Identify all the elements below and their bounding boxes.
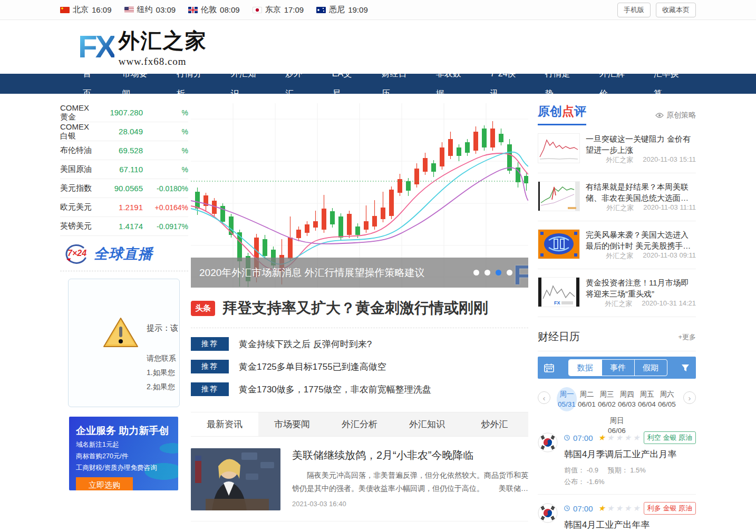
nav-trends[interactable]: 行情走势 [533, 64, 587, 104]
star-icon [633, 504, 640, 513]
quote-row-comex-silver[interactable]: COMEX白银 28.049 % [60, 122, 188, 141]
korea-flag-icon [538, 503, 558, 523]
nav-nonfarm[interactable]: 非农数据 [424, 64, 478, 104]
calendar-toolbar: 数据 事件 假期 [538, 357, 696, 379]
recommend-item[interactable]: 推荐 黄金1730做多，1775做空，非农前宽幅整理洗盘 [191, 382, 528, 396]
event-title[interactable]: 韩国4月季调后工业产出月率 [564, 448, 696, 461]
nav-home[interactable]: 首页 [71, 64, 110, 104]
nav-fx-trading[interactable]: 炒外汇 [273, 64, 320, 104]
recommend-title: 黄金持续下跌之后 反弹何时到来? [239, 338, 372, 350]
nav-fx-knowledge[interactable]: 外汇知识 [219, 64, 273, 104]
quote-row-dxy[interactable]: 美元指数 90.0565 -0.0180% [60, 179, 188, 198]
carousel-dot-active[interactable] [496, 270, 501, 275]
next-week-button[interactable]: › [683, 391, 696, 404]
forecast-label: 预期： [608, 466, 628, 474]
day-friday[interactable]: 周五 06/04 [637, 387, 657, 411]
day-label: 周二 [577, 389, 597, 399]
clock-london: 伦敦 08:09 [188, 5, 240, 15]
nav-724-news[interactable]: 7*24快讯 [478, 64, 533, 104]
review-date: 2020-10-31 14:21 [642, 299, 696, 309]
review-thumbnail [538, 133, 580, 163]
article-thumbnail[interactable] [191, 448, 280, 510]
carousel-dot[interactable] [484, 270, 490, 275]
importance-stars [598, 504, 641, 513]
filter-icon[interactable] [681, 364, 690, 372]
calendar-icon[interactable] [544, 363, 554, 372]
article-title[interactable]: 美联储继续放鸽，2月“小非农”今晚降临 [292, 448, 528, 462]
headline-title[interactable]: 拜登支持率又扩大？黄金刺激行情或刚刚 [222, 298, 488, 318]
quote-value: 1907.280 [94, 108, 143, 117]
review-item[interactable]: FX 黄金投资者注意！11月市场即将迎来三场“重头戏” 外汇之家 2020-10… [538, 269, 696, 317]
carousel-dot[interactable] [507, 270, 512, 275]
nav-fx-rates[interactable]: 外汇牌价 [587, 64, 642, 104]
recommend-item[interactable]: 推荐 黄金1725多单目标1755已到逢高做空 [191, 360, 528, 373]
review-date: 2020-11-03 09:11 [643, 251, 696, 261]
star-icon [624, 504, 632, 513]
mobile-version-button[interactable]: 手机版 [617, 3, 651, 17]
day-thursday[interactable]: 周四 06/03 [617, 387, 637, 411]
quote-name: COMEX白银 [60, 122, 94, 141]
quote-row-brent[interactable]: 布伦特油 69.528 % [60, 141, 188, 160]
nav-calendar[interactable]: 财经日历 [369, 64, 423, 104]
day-label: 周四 [617, 389, 637, 399]
calendar-tab-data[interactable]: 数据 [569, 360, 602, 376]
day-wednesday[interactable]: 周三 06/02 [597, 387, 617, 411]
day-date: 06/04 [637, 399, 657, 409]
article-summary: 隔夜美元冲高回落，非美普遍反弹，但分化依然较大。商品货币和英镑仍是其中的强者。美… [292, 469, 528, 495]
tab-market-news[interactable]: 市场要闻 [258, 412, 326, 436]
recommend-title: 黄金1730做多，1775做空，非农前宽幅整理洗盘 [239, 383, 431, 396]
review-source: 外汇之家 [606, 251, 633, 261]
quote-change: % [143, 127, 188, 136]
quote-row-wti[interactable]: 美国原油 67.110 % [60, 160, 188, 179]
carousel-caption[interactable]: 2020年外汇市场新消息 外汇行情展望操作策略建议 [199, 266, 473, 280]
tab-fx-trading[interactable]: 炒外汇 [461, 412, 528, 436]
day-tuesday[interactable]: 周二 06/01 [577, 387, 597, 411]
day-monday-active[interactable]: 周一 05/31 [557, 387, 577, 411]
star-icon [598, 504, 606, 513]
quote-value: 28.049 [94, 127, 143, 136]
original-strategy-link[interactable]: 原创策略 [655, 111, 696, 125]
site-logo[interactable]: FX 外汇之家 www.fx68.com [78, 26, 207, 67]
clock-city: 东京 [265, 5, 281, 15]
tab-fx-knowledge[interactable]: 外汇知识 [393, 412, 461, 436]
carousel-dot[interactable] [473, 270, 479, 275]
prev-week-button[interactable]: ‹ [538, 391, 550, 404]
headline-badge: 头条 [191, 301, 215, 316]
calendar-tab-holidays[interactable]: 假期 [634, 360, 667, 376]
quote-row-comex-gold[interactable]: COMEX黄金 1907.280 % [60, 103, 188, 122]
actual-value: -1.6% [587, 478, 605, 486]
nav-converter[interactable]: 汇率换算 [642, 64, 696, 104]
enterprise-ad-banner[interactable]: 企业服务 助力新手创 域名新注1元起 商标首购270元/件 工商财税/资质办理免… [69, 417, 178, 490]
day-saturday[interactable]: 周六 06/05 [657, 387, 677, 411]
event-title[interactable]: 韩国4月工业产出年率 [564, 518, 696, 532]
review-item[interactable]: 一旦突破这一关键阻力 金价有望进一步上涨 外汇之家 2020-11-03 15:… [538, 125, 696, 173]
live-724-banner[interactable]: 7×24 全球直播 [60, 236, 188, 271]
carousel-caption-bar: 2020年外汇市场新消息 外汇行情展望操作策略建议 [191, 258, 528, 288]
review-item[interactable]: 有结果就是好结果？本周美联储、非农在美国总统大选面前全 外汇之家 2020-11… [538, 173, 696, 221]
quote-row-eurusd[interactable]: 欧元美元 1.2191 +0.0164% [60, 198, 188, 217]
news-article: 美联储继续放鸽，2月“小非农”今晚降临 隔夜美元冲高回落，非美普遍反弹，但分化依… [191, 448, 528, 521]
recommend-item[interactable]: 推荐 黄金持续下跌之后 反弹何时到来? [191, 337, 528, 351]
day-label: 周五 [637, 389, 657, 399]
calendar-event[interactable]: 07:00 利多 金银 原油 韩国4月工业产出年率 前值： 4.4 预期： 11… [538, 495, 696, 532]
calendar-tab-events[interactable]: 事件 [602, 360, 634, 376]
quote-value: 1.4174 [94, 222, 143, 231]
nav-ea-trading[interactable]: EA交易 [320, 64, 370, 104]
ad-buy-now-button[interactable]: 立即选购 [76, 477, 133, 490]
tab-fx-analysis[interactable]: 外汇分析 [326, 412, 393, 436]
bookmark-page-button[interactable]: 收藏本页 [656, 3, 696, 17]
day-sunday[interactable]: 周日 06/06 [607, 413, 627, 438]
nav-analysis[interactable]: 行情分析 [164, 64, 219, 104]
calendar-more-link[interactable]: +更多 [678, 332, 696, 342]
tab-latest-news[interactable]: 最新资讯 [191, 412, 258, 436]
review-title: 黄金投资者注意！11月市场即将迎来三场“重头戏” [586, 277, 696, 299]
review-source: 外汇之家 [606, 155, 633, 165]
review-item[interactable]: 完美风暴来袭？美国大选进入最后的倒计时 美元美股携手上涨 外汇之家 2020-1… [538, 221, 696, 269]
reviews-title[interactable]: 原创点评 [538, 103, 586, 125]
carousel[interactable]: 2020年外汇市场新消息 外汇行情展望操作策略建议 F [191, 103, 528, 288]
nav-market-news[interactable]: 市场要闻 [110, 64, 164, 104]
impact-badge: 利多 金银 原油 [644, 502, 696, 515]
australia-flag-icon [316, 7, 326, 13]
quote-row-gbpusd[interactable]: 英镑美元 1.4174 -0.0917% [60, 217, 188, 236]
clock-city: 伦敦 [201, 5, 217, 15]
